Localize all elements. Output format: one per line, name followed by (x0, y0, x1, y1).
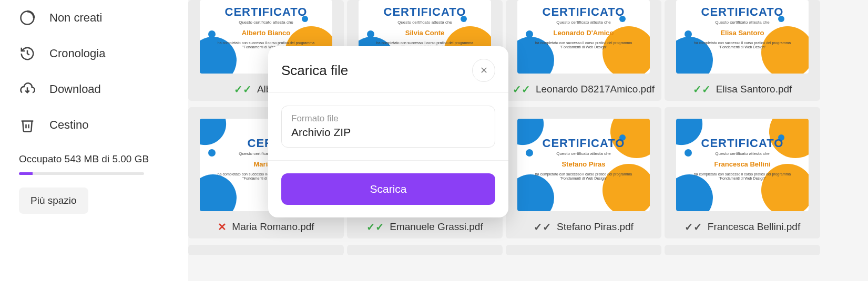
sidebar-item-download[interactable]: Download (19, 71, 169, 107)
cert-desc: ha completato con successo il corso prat… (676, 172, 809, 181)
sidebar-item-cestino[interactable]: Cestino (19, 107, 169, 143)
cert-heading: CERTIFICATO (359, 5, 491, 19)
cert-person-name: Alberto Bianco (200, 29, 332, 37)
certificate-thumbnail: CERTIFICATO Questo certificato attesta c… (676, 119, 809, 211)
file-card[interactable] (347, 245, 503, 255)
modal-header: Scarica file ✕ (268, 46, 508, 93)
cert-person-name: Stefano Piras (517, 160, 650, 168)
sidebar-item-label: Non creati (49, 11, 102, 25)
trash-icon (19, 117, 36, 133)
check-icon: ✓✓ (685, 221, 702, 233)
storage-bar (19, 172, 144, 175)
check-icon: ✓✓ (366, 221, 384, 233)
more-space-button[interactable]: Più spazio (19, 188, 88, 214)
file-card[interactable]: CERTIFICATO Questo certificato attesta c… (665, 0, 820, 101)
cert-heading: CERTIFICATO (676, 137, 809, 150)
close-icon: ✕ (480, 65, 488, 76)
download-button[interactable]: Scarica (281, 173, 495, 205)
sidebar-item-label: Cestino (49, 118, 89, 132)
file-card[interactable]: CERTIFICATO Questo certificato attesta c… (665, 107, 820, 238)
file-name: Emanuele Grassi.pdf (390, 221, 483, 233)
file-label-row: ✓✓ Stefano Piras.pdf (506, 221, 661, 233)
cert-heading: CERTIFICATO (517, 5, 650, 19)
cert-heading: CERTIFICATO (676, 5, 809, 19)
modal-body: Formato file Archivio ZIP (268, 93, 508, 161)
error-icon: ✕ (218, 221, 227, 233)
sidebar-item-label: Download (49, 82, 101, 96)
file-card[interactable] (665, 245, 820, 255)
cert-subtext: Questo certificato attesta che (200, 20, 332, 25)
check-icon: ✓✓ (534, 221, 552, 233)
file-card[interactable] (506, 245, 661, 255)
sidebar-item-label: Cronologia (49, 47, 105, 60)
sidebar-item-cronologia[interactable]: Cronologia (19, 36, 169, 71)
file-card[interactable]: CERTIFICATO Questo certificato attesta c… (506, 0, 661, 101)
check-icon: ✓✓ (513, 83, 530, 96)
file-name: Elisa Santoro.pdf (716, 84, 792, 95)
cert-subtext: Questo certificato attesta che (359, 20, 491, 25)
sidebar: Non creati Cronologia Download Cestino O… (0, 0, 188, 281)
file-card[interactable]: CERTIFICATO Questo certificato attesta c… (506, 107, 661, 238)
file-label-row: ✓✓ Emanuele Grassi.pdf (347, 221, 503, 233)
cert-heading: CERTIFICATO (517, 137, 650, 150)
modal-footer: Scarica (268, 161, 508, 217)
download-modal: Scarica file ✕ Formato file Archivio ZIP… (268, 46, 508, 217)
cert-desc: ha completato con successo il corso prat… (676, 41, 809, 50)
file-name: Leonardo D8217Amico.pdf (536, 84, 655, 95)
certificate-thumbnail: CERTIFICATO Questo certificato attesta c… (517, 0, 650, 74)
cert-desc: ha completato con successo il corso prat… (517, 172, 650, 181)
file-name: Francesca Bellini.pdf (708, 221, 800, 233)
cert-subtext: Questo certificato attesta che (517, 20, 650, 25)
cert-person-name: Francesca Bellini (676, 160, 809, 168)
file-label-row: ✓✓ Leonardo D8217Amico.pdf (506, 83, 661, 96)
storage-info: Occupato 543 MB di 5.00 GB Più spazio (19, 153, 169, 214)
cert-subtext: Questo certificato attesta che (676, 151, 809, 156)
certificate-thumbnail: CERTIFICATO Questo certificato attesta c… (676, 0, 809, 74)
cert-person-name: Leonardo D'Amico (517, 29, 650, 37)
file-format-select[interactable]: Formato file Archivio ZIP (281, 106, 495, 148)
storage-fill (19, 172, 33, 175)
file-label-row: ✓✓ Elisa Santoro.pdf (665, 83, 820, 96)
file-label-row: ✓✓ Francesca Bellini.pdf (665, 221, 820, 233)
check-icon: ✓✓ (234, 83, 252, 96)
sidebar-item-non-creati[interactable]: Non creati (19, 0, 169, 36)
select-label: Formato file (291, 113, 485, 124)
file-name: Maria Romano.pdf (232, 221, 314, 233)
cert-heading: CERTIFICATO (200, 5, 332, 19)
file-label-row: ✕ Maria Romano.pdf (188, 221, 344, 233)
cloud-download-icon (19, 81, 36, 98)
cert-subtext: Questo certificato attesta che (517, 151, 650, 156)
certificate-thumbnail: CERTIFICATO Questo certificato attesta c… (517, 119, 650, 211)
modal-title: Scarica file (281, 63, 348, 79)
cert-person-name: Silvia Conte (359, 29, 491, 37)
check-icon: ✓✓ (693, 83, 711, 96)
circle-slash-icon (19, 9, 36, 26)
select-value: Archivio ZIP (291, 126, 485, 139)
storage-text: Occupato 543 MB di 5.00 GB (19, 153, 169, 165)
close-button[interactable]: ✕ (472, 59, 495, 82)
cert-person-name: Elisa Santoro (676, 29, 809, 37)
file-name: Stefano Piras.pdf (557, 221, 634, 233)
cert-desc: ha completato con successo il corso prat… (517, 41, 650, 50)
cert-subtext: Questo certificato attesta che (676, 20, 809, 25)
history-icon (19, 45, 36, 62)
file-card[interactable] (188, 245, 344, 255)
